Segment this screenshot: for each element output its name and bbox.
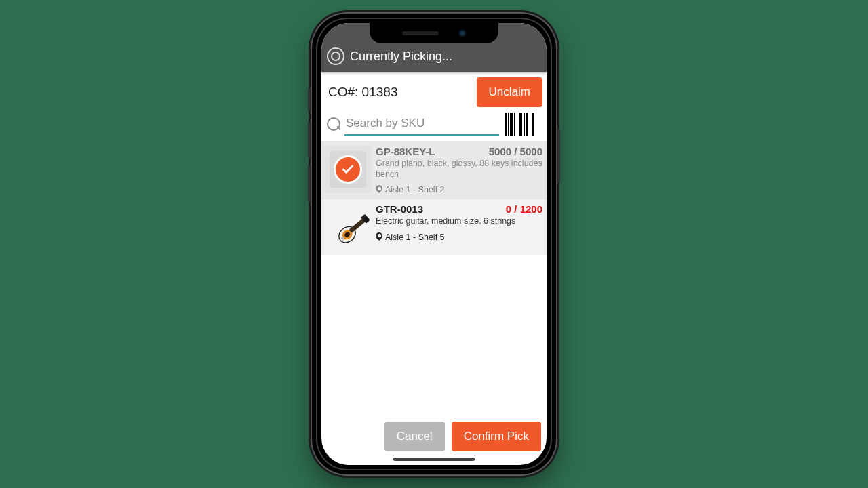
barcode-scan-button[interactable] [505, 113, 541, 136]
phone-frame: Currently Picking... CO#: 01383 Unclaim [312, 14, 556, 474]
item-qty: 0 / 1200 [506, 203, 542, 215]
item-sku: GTR-0013 [376, 203, 423, 215]
footer-actions: Cancel Confirm Pick [321, 422, 547, 451]
item-description: Grand piano, black, glossy, 88 keys incl… [376, 159, 542, 180]
confirm-pick-button[interactable]: Confirm Pick [452, 422, 541, 451]
item-location: Aisle 1 - Shelf 5 [385, 232, 445, 242]
screen: Currently Picking... CO#: 01383 Unclaim [321, 23, 547, 465]
home-indicator [393, 458, 475, 461]
check-complete-icon [336, 157, 360, 182]
list-item[interactable]: GP-88KEY-L 5000 / 5000 Grand piano, blac… [321, 141, 547, 199]
notch [370, 23, 498, 43]
search-icon [327, 117, 340, 131]
location-pin-icon [376, 232, 382, 242]
item-description: Electric guitar, medium size, 6 strings [376, 216, 542, 227]
app-title: Currently Picking... [350, 49, 452, 64]
item-thumbnail [324, 203, 372, 251]
app-logo-icon [327, 47, 344, 65]
search-input[interactable] [344, 113, 499, 136]
order-bar: CO#: 01383 Unclaim [321, 72, 547, 113]
list-item[interactable]: GTR-0013 0 / 1200 Electric guitar, mediu… [321, 199, 547, 255]
unclaim-button[interactable]: Unclaim [477, 77, 542, 107]
item-qty: 5000 / 5000 [489, 146, 542, 157]
cancel-button[interactable]: Cancel [384, 422, 445, 451]
app-bar: Currently Picking... [321, 43, 547, 72]
location-pin-icon [376, 185, 382, 195]
search-row [321, 113, 547, 141]
item-location: Aisle 1 - Shelf 2 [385, 185, 445, 195]
item-thumbnail [324, 146, 372, 193]
item-sku: GP-88KEY-L [376, 146, 435, 157]
order-number: CO#: 01383 [328, 85, 397, 100]
